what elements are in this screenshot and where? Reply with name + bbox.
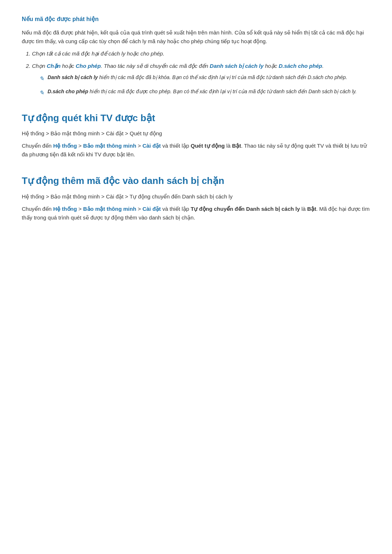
section1-list: Chọn tất cả các mã độc hại để cách ly ho… [32,49,370,98]
section-auto-scan: Tự động quét khi TV được bật Hệ thống > … [22,111,370,159]
section2-heading: Tự động quét khi TV được bật [22,111,370,126]
section3-heading: Tự động thêm mã độc vào danh sách bị chặ… [22,173,370,189]
edit-icon-1: ✎ [39,74,44,83]
section1-intro: Nếu mã độc đã được phát hiện, kết quả củ… [22,28,370,46]
list-item-1: Chọn tất cả các mã độc hại để cách ly ho… [32,49,370,58]
section-malware-detected: Nếu mã độc được phát hiện Nếu mã độc đã … [22,15,370,98]
section3-body: Chuyển đến Hệ thống > Bảo mật thông minh… [22,205,370,222]
bullet-list: ✎ Danh sách bị cách ly hiển thị các mã đ… [39,73,370,98]
edit-icon-2: ✎ [39,88,44,98]
bullet-item-2: ✎ D.sách cho phép hiển thị các mã độc đư… [39,87,370,98]
section2-body: Chuyển đến Hệ thống > Bảo mật thông minh… [22,141,370,159]
section2-breadcrumb: Hệ thống > Bảo mật thông minh > Cài đặt … [22,129,370,138]
section3-breadcrumb: Hệ thống > Bảo mật thông minh > Cài đặt … [22,192,370,201]
section1-heading: Nếu mã độc được phát hiện [22,15,370,24]
bullet-item-1: ✎ Danh sách bị cách ly hiển thị các mã đ… [39,73,370,83]
list-item-2: Chọn Chặn hoặc Cho phép. Thao tác này sẽ… [32,62,370,98]
section-auto-block: Tự động thêm mã độc vào danh sách bị chặ… [22,173,370,222]
